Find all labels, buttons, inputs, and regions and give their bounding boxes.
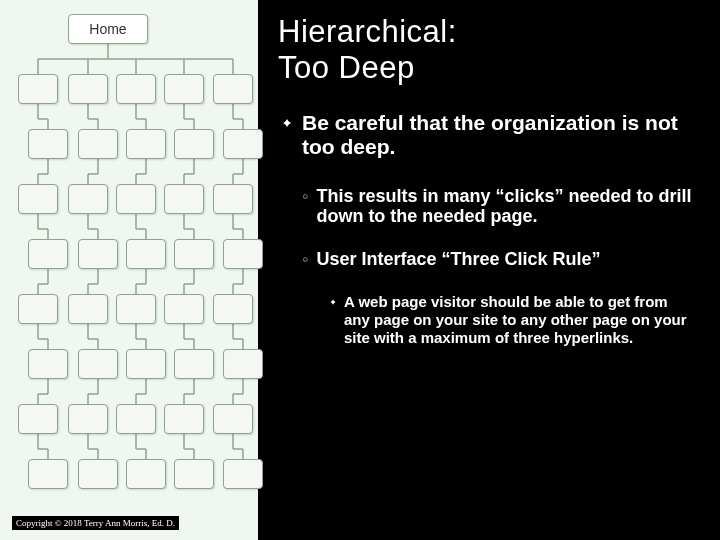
tree-node — [213, 74, 253, 104]
flourish-icon — [326, 295, 340, 313]
tree-node — [164, 74, 204, 104]
tree-node — [78, 459, 118, 489]
tree-node — [18, 294, 58, 324]
tree-node — [213, 294, 253, 324]
diagram-column: Home — [0, 0, 258, 540]
flourish-icon — [278, 114, 296, 136]
tree-node — [126, 129, 166, 159]
tree-node — [174, 459, 214, 489]
slide: Home — [0, 0, 720, 540]
tree-node — [164, 404, 204, 434]
tree-node — [68, 184, 108, 214]
tree-node — [213, 184, 253, 214]
tree-node — [18, 74, 58, 104]
sub-bullet-1-text: This results in many “clicks” needed to … — [316, 186, 692, 227]
tree-node — [126, 349, 166, 379]
tree-node — [164, 184, 204, 214]
tree-node — [223, 459, 263, 489]
sub-bullet-2: ◦ User Interface “Three Click Rule” — [278, 249, 692, 271]
slide-title: Hierarchical: Too Deep — [278, 14, 692, 85]
tree-node — [174, 349, 214, 379]
tertiary-bullet: A web page visitor should be able to get… — [278, 293, 692, 347]
tree-node — [116, 294, 156, 324]
tertiary-bullet-text: A web page visitor should be able to get… — [344, 293, 692, 347]
tree-node — [68, 74, 108, 104]
tree-root-label: Home — [89, 21, 126, 37]
tree-node — [223, 129, 263, 159]
tree-root-node: Home — [68, 14, 148, 44]
tree-node — [78, 129, 118, 159]
main-bullet-text: Be careful that the organization is not … — [302, 111, 692, 159]
copyright-footer: Copyright © 2018 Terry Ann Morris, Ed. D… — [12, 516, 179, 530]
tree-node — [164, 294, 204, 324]
tree-node — [174, 129, 214, 159]
ring-marker-icon: ◦ — [302, 249, 308, 271]
tree-node — [28, 349, 68, 379]
tree-node — [116, 74, 156, 104]
tree-node — [223, 349, 263, 379]
tree-node — [116, 184, 156, 214]
main-bullet: Be careful that the organization is not … — [278, 111, 692, 159]
ring-marker-icon: ◦ — [302, 186, 308, 208]
tree-node — [28, 239, 68, 269]
tree-node — [126, 239, 166, 269]
hierarchy-tree-diagram: Home — [8, 14, 250, 489]
tree-node — [68, 294, 108, 324]
tree-node — [28, 129, 68, 159]
sub-bullet-1: ◦ This results in many “clicks” needed t… — [278, 186, 692, 227]
tree-node — [116, 404, 156, 434]
content-column: Hierarchical: Too Deep Be careful that t… — [258, 0, 720, 540]
tree-node — [213, 404, 253, 434]
tree-node — [174, 239, 214, 269]
sub-bullet-2-text: User Interface “Three Click Rule” — [316, 249, 600, 270]
tree-node — [18, 184, 58, 214]
tree-node — [78, 239, 118, 269]
tree-node — [78, 349, 118, 379]
tree-node — [68, 404, 108, 434]
tree-node — [18, 404, 58, 434]
tree-node — [126, 459, 166, 489]
tree-node — [28, 459, 68, 489]
tree-node — [223, 239, 263, 269]
